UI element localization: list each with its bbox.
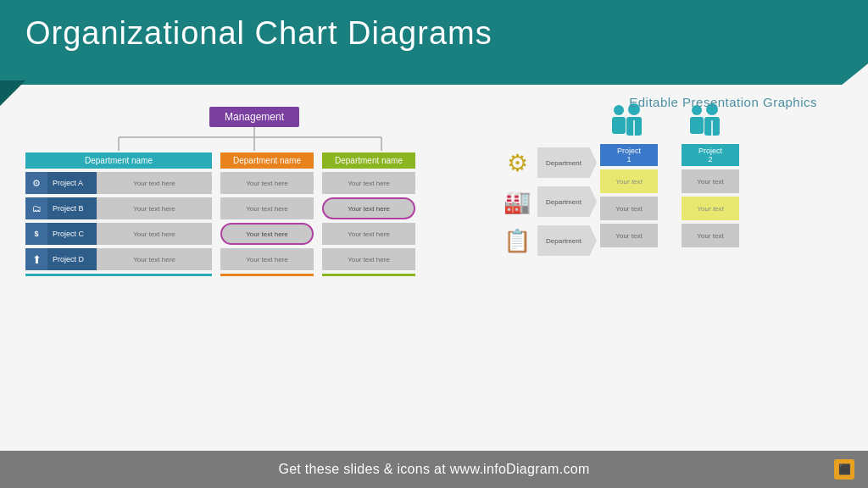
proj-columns: Project1 Your text Your text Your text P… [600, 144, 739, 247]
management-box: Management [209, 107, 299, 127]
project-a-text: Your text here [97, 172, 212, 194]
org-chart: Management Department name ⚙ [8, 100, 500, 444]
dept-col-green: Department name Your text here Your text… [322, 152, 415, 276]
main-content: Management Department name ⚙ [0, 93, 868, 451]
proj2-row3: Your text [682, 224, 739, 247]
document-icon: 📋 [500, 225, 534, 256]
footer: Get these slides & icons at www.infoDiag… [0, 451, 868, 488]
project-b-icon: 🗂 [25, 197, 47, 219]
right-section: ⚙ Department 🏭 Department 📋 Department [500, 100, 739, 444]
dept-columns: Department name ⚙ Project A Your text he… [8, 151, 500, 276]
footer-text: Get these slides & icons at www.infoDiag… [278, 462, 589, 477]
dept-arrow-2: Department [537, 186, 597, 217]
dept2-row2: Your text here [220, 197, 314, 219]
icon-dept-rows: ⚙ Department 🏭 Department 📋 Department [500, 147, 597, 256]
dept-arrow-3: Department [537, 225, 597, 256]
page-title: Organizational Chart Diagrams [25, 15, 492, 52]
gear-icon: ⚙ [500, 147, 534, 178]
svg-rect-11 [690, 117, 704, 134]
svg-rect-6 [612, 117, 626, 134]
proj2-header: Project2 [682, 144, 739, 166]
project-a-icon: ⚙ [25, 172, 47, 194]
dept-header-3: Department name [322, 152, 415, 169]
subtitle: Editable Presentation Graphics [629, 95, 817, 109]
project-b-text: Your text here [97, 197, 212, 219]
project-row-a: ⚙ Project A Your text here [25, 172, 212, 194]
dept2-row4: Your text here [220, 248, 314, 270]
project-b-label: Project B [47, 197, 97, 219]
proj2-row2: Your text [682, 197, 739, 220]
dept-arrow-1: Department [537, 147, 597, 178]
project-c-icon: $ [25, 223, 47, 245]
proj1-row3: Your text [600, 224, 658, 247]
proj1-header: Project1 [600, 144, 658, 166]
connector-lines [8, 127, 500, 151]
icon-dept-row-3: 📋 Department [500, 225, 597, 256]
dept3-row2: Your text here [322, 197, 415, 219]
proj1-row2: Your text [600, 197, 658, 220]
dept2-row3: Your text here [220, 223, 314, 245]
icon-dept-row-1: ⚙ Department [500, 147, 597, 178]
project-d-icon: ⬆ [25, 248, 47, 270]
project-c-label: Project C [47, 223, 97, 245]
dept3-row1: Your text here [322, 172, 415, 194]
project-d-text: Your text here [97, 248, 212, 270]
factory-icon: 🏭 [500, 186, 534, 217]
svg-point-5 [614, 105, 624, 115]
proj1-row1: Your text [600, 169, 658, 193]
header-triangle [0, 80, 25, 106]
project-a-label: Project A [47, 172, 97, 194]
dept-col-teal: Department name ⚙ Project A Your text he… [25, 152, 212, 276]
project-row-c: $ Project C Your text here [25, 223, 212, 245]
dept2-row1: Your text here [220, 172, 314, 194]
proj-col-1: Project1 Your text Your text Your text [600, 144, 658, 247]
dept3-row3: Your text here [322, 223, 415, 245]
proj2-row1: Your text [682, 169, 739, 193]
project-c-text: Your text here [97, 223, 212, 245]
project-row-b: 🗂 Project B Your text here [25, 197, 212, 219]
project-row-d: ⬆ Project D Your text here [25, 248, 212, 270]
dept-col-orange: Department name Your text here Your text… [220, 152, 314, 276]
dept3-row4: Your text here [322, 248, 415, 270]
figures-projects: Project1 Your text Your text Your text P… [600, 103, 739, 247]
dept-header-2: Department name [220, 152, 314, 169]
icon-dept-row-2: 🏭 Department [500, 186, 597, 217]
project-d-label: Project D [47, 248, 97, 270]
dept-header-1: Department name [25, 152, 212, 169]
proj-col-2: Project2 Your text Your text Your text [682, 144, 739, 247]
footer-icon: ⬛ [834, 459, 854, 480]
